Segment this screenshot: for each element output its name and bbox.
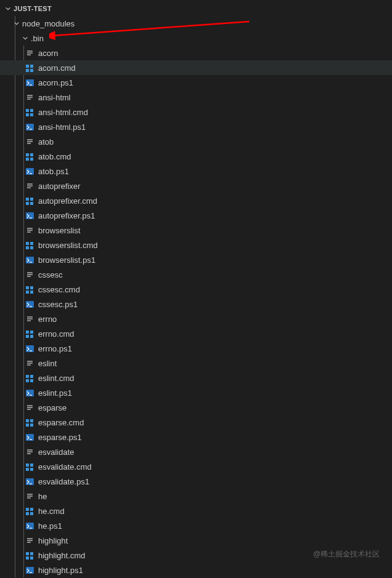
chevron-down-icon — [4, 4, 12, 13]
powershell-icon — [25, 343, 34, 353]
file-label: he.cmd — [38, 507, 65, 516]
file-label: he.ps1 — [38, 521, 62, 531]
folder-label: .bin — [31, 34, 44, 43]
windows-cmd-icon — [25, 373, 34, 383]
file-item[interactable]: esvalidate.ps1 — [0, 474, 392, 489]
file-item[interactable]: atob.ps1 — [0, 164, 392, 179]
file-item[interactable]: eslint — [0, 356, 392, 371]
chevron-down-icon — [12, 19, 21, 28]
file-label: ansi-html.ps1 — [38, 122, 86, 132]
file-label: cssesc.cmd — [38, 285, 80, 294]
file-item[interactable]: eslint.cmd — [0, 371, 392, 385]
file-item[interactable]: cssesc.ps1 — [0, 297, 392, 311]
file-item[interactable]: errno.ps1 — [0, 341, 392, 356]
file-text-icon — [25, 403, 34, 412]
windows-cmd-icon — [25, 151, 34, 161]
file-item[interactable]: highlight.ps1 — [0, 563, 392, 577]
file-item[interactable]: esvalidate.cmd — [0, 459, 392, 474]
file-item[interactable]: browserslist.cmd — [0, 238, 392, 252]
windows-cmd-icon — [25, 284, 34, 294]
powershell-icon — [25, 211, 34, 220]
file-item[interactable]: he — [0, 489, 392, 504]
file-item[interactable]: cssesc — [0, 267, 392, 282]
file-item[interactable]: autoprefixer.ps1 — [0, 208, 392, 223]
powershell-icon — [25, 78, 34, 87]
file-label: browserslist — [38, 226, 81, 235]
file-item[interactable]: atob — [0, 134, 392, 149]
file-text-icon — [25, 358, 34, 368]
windows-cmd-icon — [25, 329, 34, 339]
file-text-icon — [25, 181, 34, 191]
powershell-icon — [25, 299, 34, 309]
file-item[interactable]: eslint.ps1 — [0, 385, 392, 400]
file-item[interactable]: ansi-html.ps1 — [0, 119, 392, 134]
windows-cmd-icon — [25, 196, 34, 206]
powershell-icon — [25, 432, 34, 442]
folder-bin[interactable]: .bin — [0, 31, 392, 46]
file-item[interactable]: esvalidate — [0, 444, 392, 459]
file-text-icon — [25, 225, 34, 235]
file-item[interactable]: browserslist.ps1 — [0, 252, 392, 267]
file-label: cssesc.ps1 — [38, 300, 78, 309]
file-item[interactable]: atob.cmd — [0, 149, 392, 164]
file-item[interactable]: acorn.cmd — [0, 60, 392, 75]
root-label: JUST-TEST — [14, 5, 52, 12]
windows-cmd-icon — [25, 550, 34, 560]
file-item[interactable]: ansi-html — [0, 90, 392, 105]
file-label: acorn.cmd — [38, 63, 76, 73]
file-item[interactable]: ansi-html.cmd — [0, 105, 392, 119]
file-text-icon — [25, 48, 34, 58]
file-item[interactable]: cssesc.cmd — [0, 282, 392, 297]
file-item[interactable]: esparse — [0, 400, 392, 415]
file-item[interactable]: errno.cmd — [0, 326, 392, 341]
powershell-icon — [25, 388, 34, 398]
file-label: eslint.cmd — [38, 374, 74, 383]
file-text-icon — [25, 536, 34, 545]
windows-cmd-icon — [25, 240, 34, 250]
powershell-icon — [25, 476, 34, 486]
file-item[interactable]: he.ps1 — [0, 518, 392, 533]
tree-root[interactable]: JUST-TEST — [0, 1, 392, 16]
folder-node-modules[interactable]: node_modules — [0, 16, 392, 31]
powershell-icon — [25, 255, 34, 265]
watermark-text: @稀土掘金技术社区 — [313, 549, 380, 560]
file-label: atob.cmd — [38, 152, 71, 161]
file-item[interactable]: esparse.cmd — [0, 415, 392, 430]
windows-cmd-icon — [25, 506, 34, 516]
file-explorer-tree: JUST-TEST node_modules .bin acornacorn.c… — [0, 0, 392, 577]
file-label: browserslist.ps1 — [38, 255, 95, 265]
file-item[interactable]: autoprefixer.cmd — [0, 193, 392, 208]
powershell-icon — [25, 521, 34, 531]
chevron-down-icon — [21, 34, 30, 42]
powershell-icon — [25, 565, 34, 575]
file-label: esvalidate.ps1 — [38, 477, 89, 486]
file-label: errno.cmd — [38, 329, 74, 339]
file-label: highlight.ps1 — [38, 566, 83, 575]
file-label: he — [38, 492, 47, 501]
file-label: autoprefixer.ps1 — [38, 211, 95, 220]
file-item[interactable]: highlight — [0, 533, 392, 548]
folder-label: node_modules — [22, 19, 74, 28]
file-item[interactable]: acorn.ps1 — [0, 75, 392, 90]
file-label: acorn — [38, 49, 58, 58]
file-label: esvalidate — [38, 448, 74, 457]
file-item[interactable]: browserslist — [0, 223, 392, 238]
windows-cmd-icon — [25, 462, 34, 472]
file-item[interactable]: acorn — [0, 46, 392, 60]
file-text-icon — [25, 447, 34, 457]
file-label: atob — [38, 137, 54, 147]
file-item[interactable]: errno — [0, 311, 392, 326]
file-label: ansi-html.cmd — [38, 108, 88, 117]
file-label: esparse.cmd — [38, 418, 84, 427]
file-label: eslint.ps1 — [38, 388, 72, 398]
file-item[interactable]: he.cmd — [0, 504, 392, 518]
powershell-icon — [25, 122, 34, 132]
windows-cmd-icon — [25, 417, 34, 427]
file-label: autoprefixer.cmd — [38, 196, 97, 206]
file-label: cssesc — [38, 270, 63, 279]
file-label: esvalidate.cmd — [38, 462, 92, 472]
file-item[interactable]: esparse.ps1 — [0, 430, 392, 444]
file-item[interactable]: autoprefixer — [0, 179, 392, 193]
powershell-icon — [25, 166, 34, 176]
file-label: highlight.cmd — [38, 551, 86, 560]
